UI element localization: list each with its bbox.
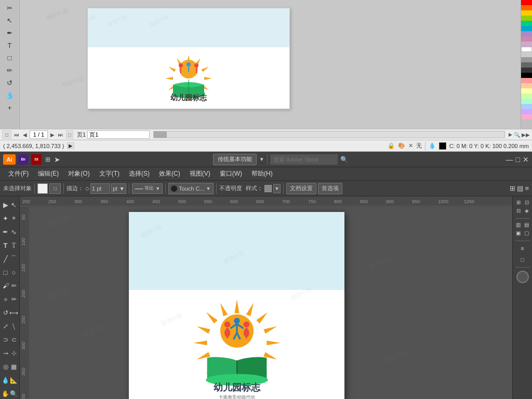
- direct-select-tool[interactable]: ↖: [10, 198, 18, 211]
- reflect-tool[interactable]: ⟷: [10, 307, 18, 319]
- type-tool[interactable]: T: [2, 239, 9, 251]
- page-next-icon[interactable]: ▶: [49, 132, 56, 138]
- workspace-view-icon[interactable]: ⊞: [44, 155, 51, 164]
- right-panel-stroke3[interactable]: ▣: [515, 229, 522, 236]
- line-tool[interactable]: ╱: [2, 252, 9, 265]
- menu-file[interactable]: 文件(F): [4, 168, 33, 179]
- workspace-button[interactable]: 传统基本功能: [213, 154, 257, 165]
- column-chart-tool[interactable]: ▦: [10, 361, 18, 373]
- stroke-mode-icon[interactable]: ◇: [85, 185, 89, 191]
- menu-window[interactable]: 窗口(W): [216, 168, 246, 179]
- page-add-icon[interactable]: □: [66, 130, 73, 139]
- shaper-tool[interactable]: ⟡: [2, 293, 9, 305]
- status-color-icon[interactable]: 🎨: [398, 142, 405, 149]
- hand-tool[interactable]: ✋: [2, 388, 9, 399]
- pen-tool[interactable]: ✒: [2, 225, 9, 238]
- restore-btn[interactable]: □: [516, 155, 520, 164]
- top-tool-2[interactable]: ↖: [3, 15, 17, 26]
- lasso-tool[interactable]: ⌖: [10, 212, 18, 224]
- menu-help[interactable]: 帮助(H): [247, 168, 277, 179]
- bridge-logo[interactable]: Br: [18, 154, 29, 165]
- magic-wand-tool[interactable]: ✦: [2, 212, 9, 224]
- page-number-input[interactable]: 1 / 1: [30, 130, 48, 139]
- pencil-tool[interactable]: ✏: [10, 293, 18, 305]
- page-nav-extra[interactable]: ▶▶: [522, 132, 530, 138]
- status-lock-icon[interactable]: 🔒: [388, 142, 395, 149]
- right-panel-stroke4[interactable]: ▢: [523, 229, 530, 236]
- page-last-icon[interactable]: ⏭: [57, 132, 64, 138]
- eyedropper-tool[interactable]: 💧: [2, 374, 9, 387]
- top-tool-3[interactable]: ✒: [3, 27, 17, 38]
- top-tool-9[interactable]: +: [3, 102, 17, 113]
- menu-effect[interactable]: 效果(C): [155, 168, 184, 179]
- doc-settings-btn[interactable]: 文档设置: [286, 183, 316, 194]
- menu-select[interactable]: 选择(S): [125, 168, 154, 179]
- rect-tool[interactable]: □: [2, 266, 9, 278]
- workspace-dropdown-icon[interactable]: ▼: [259, 156, 264, 162]
- page-scroll-right-icon[interactable]: ▶: [509, 132, 512, 137]
- stroke-style-select[interactable]: — 等比 ▼: [132, 183, 163, 194]
- arc-tool[interactable]: ⌒: [10, 252, 18, 265]
- style-color-box[interactable]: [264, 185, 272, 192]
- right-panel-transform[interactable]: ⊞: [515, 198, 522, 206]
- status-x-icon[interactable]: ✕: [408, 142, 413, 149]
- canvas-area[interactable]: 200 250 300 350 400 450 500 550 600 650 …: [20, 196, 512, 399]
- stroke-pt-select[interactable]: pt ▼: [111, 183, 126, 194]
- stroke-value-input[interactable]: [90, 183, 110, 194]
- width-tool[interactable]: ⊸: [2, 347, 9, 360]
- blob-brush-tool[interactable]: ✏: [10, 280, 18, 292]
- top-tool-5[interactable]: □: [3, 52, 17, 63]
- scale-tool[interactable]: ⤢: [2, 320, 9, 332]
- top-tool-6[interactable]: ✏: [3, 64, 17, 76]
- shear-tool[interactable]: ⧹: [10, 320, 18, 332]
- page-prev-icon[interactable]: ◀: [22, 132, 28, 138]
- right-panel-stroke2[interactable]: ▤: [523, 221, 530, 228]
- zoom-tool[interactable]: 🔍: [10, 388, 18, 399]
- menu-text[interactable]: 文字(T): [95, 168, 124, 179]
- right-panel-align[interactable]: ⊡: [523, 198, 530, 206]
- right-panel-appearance[interactable]: ≡: [515, 243, 530, 254]
- adobe-stock-search[interactable]: [270, 154, 338, 165]
- right-panel-stroke1[interactable]: ▥: [515, 221, 522, 228]
- page-first-icon[interactable]: ⏮: [13, 132, 20, 138]
- page-new-icon[interactable]: □: [2, 130, 11, 139]
- menu-view[interactable]: 视图(V): [185, 168, 215, 179]
- close-btn[interactable]: ✕: [523, 155, 529, 164]
- top-tool-7[interactable]: ↺: [3, 77, 17, 88]
- minimize-btn[interactable]: —: [506, 155, 513, 164]
- status-arrow-btn[interactable]: ▶: [67, 142, 74, 149]
- fill-mode-btn[interactable]: □: [49, 183, 61, 194]
- puppet-warp[interactable]: ⊹: [10, 347, 18, 360]
- stroke-width-dropdown[interactable]: ◇ pt ▼: [85, 183, 126, 194]
- touch-color-btn[interactable]: Touch C... ▼: [168, 183, 213, 194]
- right-panel-circle[interactable]: [516, 271, 529, 283]
- prop-arrange-icon[interactable]: ▤: [517, 184, 523, 192]
- right-panel-color[interactable]: ◈: [523, 207, 530, 214]
- preferences-btn[interactable]: 首选项: [318, 183, 342, 194]
- select-tool[interactable]: ▶: [2, 198, 9, 211]
- menu-object[interactable]: 对象(O): [64, 168, 94, 179]
- rotate-tool[interactable]: ↺: [2, 307, 9, 319]
- top-tool-8[interactable]: 💧: [3, 89, 17, 101]
- ellipse-tool[interactable]: ○: [10, 266, 18, 278]
- fill-color-box[interactable]: [37, 183, 48, 194]
- menu-edit[interactable]: 编辑(E): [34, 168, 63, 179]
- vertical-type-tool[interactable]: 𝕋: [10, 239, 18, 251]
- top-tool-1[interactable]: ✂: [3, 2, 17, 14]
- page-name-input[interactable]: [87, 130, 150, 139]
- prop-menu-icon[interactable]: ≡: [525, 184, 529, 192]
- brush-tool[interactable]: 🖌: [2, 280, 9, 292]
- right-panel-graphic-styles[interactable]: □: [515, 255, 530, 265]
- search-icon[interactable]: 🔍: [340, 156, 348, 163]
- right-panel-pathfinder[interactable]: ⊟: [515, 207, 522, 214]
- stock-logo[interactable]: St: [31, 154, 42, 165]
- reshape-tool[interactable]: ⊂: [10, 334, 18, 346]
- send-icon[interactable]: ➤: [54, 155, 60, 164]
- status-dropper-icon[interactable]: 💧: [429, 142, 436, 149]
- prop-grid-icon[interactable]: ⊞: [510, 184, 515, 192]
- blend-tool[interactable]: ◎: [2, 361, 9, 373]
- page-zoom-icon[interactable]: 🔍: [514, 132, 520, 138]
- measure-tool[interactable]: 📐: [10, 374, 18, 387]
- page-scrollbar[interactable]: [153, 131, 505, 138]
- warp-tool[interactable]: ⊃: [2, 334, 9, 346]
